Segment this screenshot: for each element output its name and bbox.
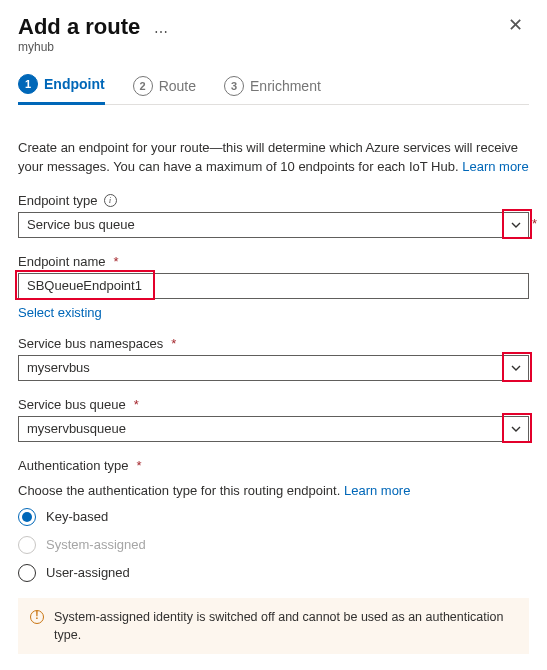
auth-type-label: Authentication type*: [18, 458, 529, 473]
intro-text: Create an endpoint for your route—this w…: [18, 139, 529, 177]
warning-icon: !: [30, 610, 44, 624]
auth-option-system-assigned: System-assigned: [18, 536, 529, 554]
chevron-down-icon[interactable]: [504, 213, 528, 237]
info-icon[interactable]: i: [104, 194, 117, 207]
step-enrichment[interactable]: 3 Enrichment: [224, 76, 321, 104]
chevron-down-icon[interactable]: [504, 417, 528, 441]
step-route[interactable]: 2 Route: [133, 76, 196, 104]
step-number: 2: [133, 76, 153, 96]
radio-icon: [18, 564, 36, 582]
step-label: Route: [159, 78, 196, 94]
step-label: Enrichment: [250, 78, 321, 94]
page-title: Add a route: [18, 14, 140, 40]
warning-banner: ! System-assigned identity is switched o…: [18, 598, 529, 654]
endpoint-type-label: Endpoint type i: [18, 193, 529, 208]
step-label: Endpoint: [44, 76, 105, 92]
namespaces-label: Service bus namespaces*: [18, 336, 529, 351]
namespaces-select[interactable]: myservbus: [18, 355, 529, 381]
step-endpoint[interactable]: 1 Endpoint: [18, 74, 105, 105]
learn-more-link[interactable]: Learn more: [462, 159, 528, 174]
endpoint-name-label: Endpoint name*: [18, 254, 529, 269]
queue-select[interactable]: myservbusqueue: [18, 416, 529, 442]
endpoint-type-select[interactable]: Service bus queue: [18, 212, 529, 238]
step-number: 1: [18, 74, 38, 94]
chevron-down-icon[interactable]: [504, 356, 528, 380]
more-actions-icon[interactable]: ⋯: [154, 24, 169, 40]
auth-option-user-assigned[interactable]: User-assigned: [18, 564, 529, 582]
auth-option-key-based[interactable]: Key-based: [18, 508, 529, 526]
step-number: 3: [224, 76, 244, 96]
close-icon[interactable]: ✕: [502, 14, 529, 36]
select-existing-link[interactable]: Select existing: [18, 305, 102, 320]
required-mark: *: [532, 216, 537, 231]
wizard-steps: 1 Endpoint 2 Route 3 Enrichment: [18, 74, 529, 105]
radio-icon: [18, 536, 36, 554]
auth-hint: Choose the authentication type for this …: [18, 483, 529, 498]
auth-learn-more-link[interactable]: Learn more: [344, 483, 410, 498]
queue-label: Service bus queue*: [18, 397, 529, 412]
resource-name: myhub: [18, 40, 140, 54]
radio-icon: [18, 508, 36, 526]
endpoint-name-input[interactable]: SBQueueEndpoint1: [18, 273, 529, 299]
